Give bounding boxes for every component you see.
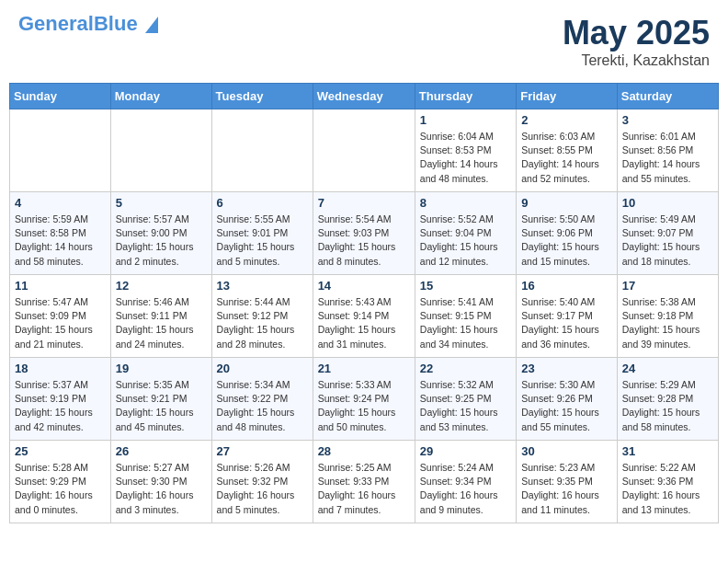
logo-text: GeneralBlue — [18, 14, 158, 34]
day-number-16: 16 — [521, 279, 612, 293]
calendar-cell-0-4: 1Sunrise: 6:04 AMSunset: 8:53 PMDaylight… — [415, 109, 516, 192]
day-info-7: Sunrise: 5:54 AMSunset: 9:03 PMDaylight:… — [318, 213, 410, 269]
day-number-8: 8 — [420, 196, 511, 210]
day-info-25: Sunrise: 5:28 AMSunset: 9:29 PMDaylight:… — [15, 461, 106, 517]
week-row-4: 18Sunrise: 5:37 AMSunset: 9:19 PMDayligh… — [10, 358, 719, 441]
day-info-6: Sunrise: 5:55 AMSunset: 9:01 PMDaylight:… — [217, 213, 308, 269]
calendar-cell-1-6: 10Sunrise: 5:49 AMSunset: 9:07 PMDayligh… — [617, 192, 718, 275]
day-info-31: Sunrise: 5:22 AMSunset: 9:36 PMDaylight:… — [622, 461, 713, 517]
calendar-cell-0-1 — [110, 109, 211, 192]
calendar-table: SundayMondayTuesdayWednesdayThursdayFrid… — [9, 83, 719, 523]
day-number-29: 29 — [420, 444, 511, 458]
day-number-21: 21 — [318, 362, 410, 375]
header-row: SundayMondayTuesdayWednesdayThursdayFrid… — [10, 84, 719, 109]
day-number-12: 12 — [116, 279, 207, 293]
page-header: GeneralBlue May 2025 Terekti, Kazakhstan — [9, 9, 719, 74]
day-number-18: 18 — [15, 362, 106, 375]
day-number-7: 7 — [318, 196, 410, 210]
day-info-17: Sunrise: 5:38 AMSunset: 9:18 PMDaylight:… — [622, 295, 713, 351]
calendar-cell-2-1: 12Sunrise: 5:46 AMSunset: 9:11 PMDayligh… — [110, 275, 211, 358]
day-info-15: Sunrise: 5:41 AMSunset: 9:15 PMDaylight:… — [420, 295, 511, 351]
calendar-cell-3-5: 23Sunrise: 5:30 AMSunset: 9:26 PMDayligh… — [517, 358, 618, 441]
week-row-5: 25Sunrise: 5:28 AMSunset: 9:29 PMDayligh… — [10, 441, 719, 523]
calendar-cell-4-6: 31Sunrise: 5:22 AMSunset: 9:36 PMDayligh… — [617, 441, 718, 523]
day-number-17: 17 — [622, 279, 713, 293]
day-info-19: Sunrise: 5:35 AMSunset: 9:21 PMDaylight:… — [116, 378, 207, 434]
day-number-27: 27 — [217, 444, 308, 458]
day-number-4: 4 — [15, 196, 106, 210]
calendar-cell-2-4: 15Sunrise: 5:41 AMSunset: 9:15 PMDayligh… — [415, 275, 516, 358]
calendar-cell-2-6: 17Sunrise: 5:38 AMSunset: 9:18 PMDayligh… — [617, 275, 718, 358]
calendar-cell-2-5: 16Sunrise: 5:40 AMSunset: 9:17 PMDayligh… — [517, 275, 618, 358]
calendar-cell-0-2 — [211, 109, 313, 192]
calendar-cell-1-0: 4Sunrise: 5:59 AMSunset: 8:58 PMDaylight… — [10, 192, 111, 275]
day-info-28: Sunrise: 5:25 AMSunset: 9:33 PMDaylight:… — [318, 461, 410, 517]
header-thursday: Thursday — [415, 84, 516, 109]
day-info-18: Sunrise: 5:37 AMSunset: 9:19 PMDaylight:… — [15, 378, 106, 434]
calendar-cell-0-6: 3Sunrise: 6:01 AMSunset: 8:56 PMDaylight… — [617, 109, 718, 192]
calendar-cell-3-1: 19Sunrise: 5:35 AMSunset: 9:21 PMDayligh… — [110, 358, 211, 441]
day-number-13: 13 — [217, 279, 308, 293]
calendar-cell-0-3 — [313, 109, 415, 192]
calendar-cell-4-4: 29Sunrise: 5:24 AMSunset: 9:34 PMDayligh… — [415, 441, 516, 523]
day-info-29: Sunrise: 5:24 AMSunset: 9:34 PMDaylight:… — [420, 461, 511, 517]
day-info-2: Sunrise: 6:03 AMSunset: 8:55 PMDaylight:… — [521, 130, 612, 186]
day-number-20: 20 — [217, 362, 308, 375]
day-info-22: Sunrise: 5:32 AMSunset: 9:25 PMDaylight:… — [420, 378, 511, 434]
day-number-9: 9 — [521, 196, 612, 210]
calendar-cell-3-6: 24Sunrise: 5:29 AMSunset: 9:28 PMDayligh… — [617, 358, 718, 441]
logo-general: General — [18, 12, 94, 35]
day-info-27: Sunrise: 5:26 AMSunset: 9:32 PMDaylight:… — [217, 461, 308, 517]
day-number-5: 5 — [116, 196, 207, 210]
calendar-cell-2-2: 13Sunrise: 5:44 AMSunset: 9:12 PMDayligh… — [211, 275, 313, 358]
day-number-19: 19 — [116, 362, 207, 375]
day-number-11: 11 — [15, 279, 106, 293]
day-info-21: Sunrise: 5:33 AMSunset: 9:24 PMDaylight:… — [318, 378, 410, 434]
calendar-cell-2-0: 11Sunrise: 5:47 AMSunset: 9:09 PMDayligh… — [10, 275, 111, 358]
day-number-31: 31 — [622, 444, 713, 458]
day-info-1: Sunrise: 6:04 AMSunset: 8:53 PMDaylight:… — [420, 130, 511, 186]
day-info-8: Sunrise: 5:52 AMSunset: 9:04 PMDaylight:… — [420, 213, 511, 269]
calendar-cell-0-5: 2Sunrise: 6:03 AMSunset: 8:55 PMDaylight… — [517, 109, 618, 192]
day-number-6: 6 — [217, 196, 308, 210]
day-info-30: Sunrise: 5:23 AMSunset: 9:35 PMDaylight:… — [521, 461, 612, 517]
calendar-cell-3-2: 20Sunrise: 5:34 AMSunset: 9:22 PMDayligh… — [211, 358, 313, 441]
calendar-cell-3-4: 22Sunrise: 5:32 AMSunset: 9:25 PMDayligh… — [415, 358, 516, 441]
week-row-3: 11Sunrise: 5:47 AMSunset: 9:09 PMDayligh… — [10, 275, 719, 358]
calendar-cell-4-1: 26Sunrise: 5:27 AMSunset: 9:30 PMDayligh… — [110, 441, 211, 523]
day-info-10: Sunrise: 5:49 AMSunset: 9:07 PMDaylight:… — [622, 213, 713, 269]
calendar-cell-1-3: 7Sunrise: 5:54 AMSunset: 9:03 PMDaylight… — [313, 192, 415, 275]
week-row-2: 4Sunrise: 5:59 AMSunset: 8:58 PMDaylight… — [10, 192, 719, 275]
day-info-23: Sunrise: 5:30 AMSunset: 9:26 PMDaylight:… — [521, 378, 612, 434]
day-number-2: 2 — [521, 113, 612, 127]
day-info-4: Sunrise: 5:59 AMSunset: 8:58 PMDaylight:… — [15, 213, 106, 269]
day-number-28: 28 — [318, 444, 410, 458]
day-number-3: 3 — [622, 113, 713, 127]
day-info-5: Sunrise: 5:57 AMSunset: 9:00 PMDaylight:… — [116, 213, 207, 269]
calendar-cell-0-0 — [10, 109, 111, 192]
day-info-9: Sunrise: 5:50 AMSunset: 9:06 PMDaylight:… — [521, 213, 612, 269]
header-tuesday: Tuesday — [211, 84, 313, 109]
logo: GeneralBlue — [18, 14, 158, 34]
calendar-cell-4-3: 28Sunrise: 5:25 AMSunset: 9:33 PMDayligh… — [313, 441, 415, 523]
main-title: May 2025 — [563, 14, 710, 52]
calendar-cell-1-1: 5Sunrise: 5:57 AMSunset: 9:00 PMDaylight… — [110, 192, 211, 275]
calendar-cell-2-3: 14Sunrise: 5:43 AMSunset: 9:14 PMDayligh… — [313, 275, 415, 358]
calendar-cell-3-0: 18Sunrise: 5:37 AMSunset: 9:19 PMDayligh… — [10, 358, 111, 441]
calendar-cell-1-2: 6Sunrise: 5:55 AMSunset: 9:01 PMDaylight… — [211, 192, 313, 275]
day-number-30: 30 — [521, 444, 612, 458]
header-saturday: Saturday — [617, 84, 718, 109]
day-number-14: 14 — [318, 279, 410, 293]
day-number-22: 22 — [420, 362, 511, 375]
header-monday: Monday — [110, 84, 211, 109]
day-info-14: Sunrise: 5:43 AMSunset: 9:14 PMDaylight:… — [318, 295, 410, 351]
day-number-24: 24 — [622, 362, 713, 375]
day-info-26: Sunrise: 5:27 AMSunset: 9:30 PMDaylight:… — [116, 461, 207, 517]
day-number-23: 23 — [521, 362, 612, 375]
day-info-12: Sunrise: 5:46 AMSunset: 9:11 PMDaylight:… — [116, 295, 207, 351]
week-row-1: 1Sunrise: 6:04 AMSunset: 8:53 PMDaylight… — [10, 109, 719, 192]
day-info-24: Sunrise: 5:29 AMSunset: 9:28 PMDaylight:… — [622, 378, 713, 434]
calendar-cell-3-3: 21Sunrise: 5:33 AMSunset: 9:24 PMDayligh… — [313, 358, 415, 441]
day-number-15: 15 — [420, 279, 511, 293]
day-number-10: 10 — [622, 196, 713, 210]
